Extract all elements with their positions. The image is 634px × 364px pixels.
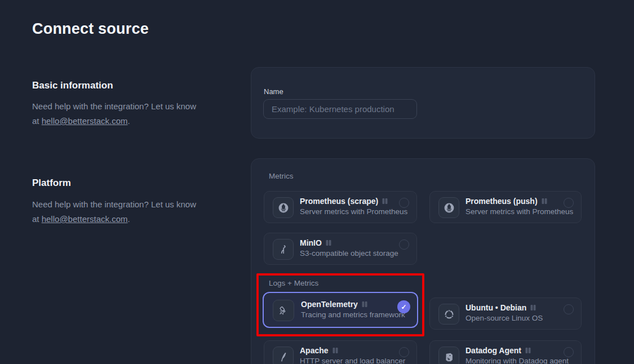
opentelemetry-icon bbox=[273, 300, 294, 321]
support-email-link[interactable]: hello@betterstack.com bbox=[42, 116, 128, 126]
platform-tile-prometheus-push[interactable]: Prometheus (push) Server metrics with Pr… bbox=[429, 191, 582, 223]
docs-icon[interactable] bbox=[525, 347, 531, 354]
datadog-icon bbox=[438, 347, 459, 364]
docs-icon[interactable] bbox=[382, 198, 388, 205]
tile-title: OpenTelemetry bbox=[301, 300, 358, 309]
tile-radio[interactable] bbox=[564, 304, 574, 314]
page-title: Connect source bbox=[32, 20, 149, 38]
name-input[interactable] bbox=[263, 99, 417, 119]
docs-icon[interactable] bbox=[361, 301, 368, 308]
tile-title: Apache bbox=[300, 346, 329, 355]
platform-tile-prometheus-scrape[interactable]: Prometheus (scrape) Server metrics with … bbox=[264, 191, 417, 223]
tile-subtitle: S3-compatible object storage bbox=[300, 249, 398, 258]
platform-tile-datadog-agent[interactable]: Datadog Agent Monitoring with Datadog ag… bbox=[429, 340, 582, 364]
basic-information-help-text: Need help with the integration? Let us k… bbox=[32, 99, 204, 128]
platform-tile-opentelemetry[interactable]: OpenTelemetry Tracing and metrics framew… bbox=[263, 292, 418, 328]
tile-subtitle: Open-source Linux OS bbox=[465, 314, 543, 322]
docs-icon[interactable] bbox=[332, 347, 339, 354]
tile-title: Ubuntu • Debian bbox=[465, 303, 526, 312]
docs-icon[interactable] bbox=[325, 239, 332, 246]
tile-title: Prometheus (push) bbox=[465, 197, 538, 206]
prometheus-icon bbox=[273, 197, 294, 218]
prometheus-icon bbox=[438, 197, 459, 218]
support-email-link[interactable]: hello@betterstack.com bbox=[42, 214, 128, 224]
tile-subtitle: Server metrics with Prometheus bbox=[465, 207, 573, 216]
metrics-group-label: Metrics bbox=[269, 172, 294, 180]
logs-metrics-group-label: Logs + Metrics bbox=[269, 279, 318, 287]
help-text-suffix: . bbox=[127, 116, 130, 126]
apache-icon bbox=[273, 347, 294, 364]
tile-subtitle: HTTP server and load balancer bbox=[300, 357, 405, 364]
minio-icon bbox=[273, 239, 294, 260]
docs-icon[interactable] bbox=[530, 304, 537, 311]
tile-title: Datadog Agent bbox=[465, 346, 521, 355]
platform-help-text: Need help with the integration? Let us k… bbox=[32, 197, 204, 227]
selected-check-icon: ✓ bbox=[397, 300, 410, 313]
tile-title: MinIO bbox=[300, 238, 322, 247]
tile-radio[interactable] bbox=[399, 239, 409, 250]
platform-tile-apache[interactable]: Apache HTTP server and load balancer bbox=[264, 340, 417, 364]
tile-radio[interactable] bbox=[564, 347, 574, 357]
tile-title: Prometheus (scrape) bbox=[300, 197, 378, 206]
tile-subtitle: Monitoring with Datadog agent bbox=[465, 357, 569, 364]
tile-radio[interactable] bbox=[564, 198, 574, 208]
basic-information-heading: Basic information bbox=[32, 80, 113, 91]
name-field-label: Name bbox=[264, 87, 283, 96]
platform-heading: Platform bbox=[32, 177, 71, 189]
platform-tile-ubuntu-debian[interactable]: Ubuntu • Debian Open-source Linux OS bbox=[429, 298, 582, 330]
tile-subtitle: Server metrics with Prometheus bbox=[300, 207, 407, 216]
ubuntu-icon bbox=[438, 304, 459, 325]
tile-radio[interactable] bbox=[399, 347, 409, 357]
tile-subtitle: Tracing and metrics framework bbox=[301, 310, 405, 319]
help-text-suffix: . bbox=[127, 214, 130, 224]
tile-radio[interactable] bbox=[399, 198, 409, 208]
docs-icon[interactable] bbox=[541, 198, 548, 205]
platform-tile-minio[interactable]: MinIO S3-compatible object storage bbox=[264, 233, 417, 265]
